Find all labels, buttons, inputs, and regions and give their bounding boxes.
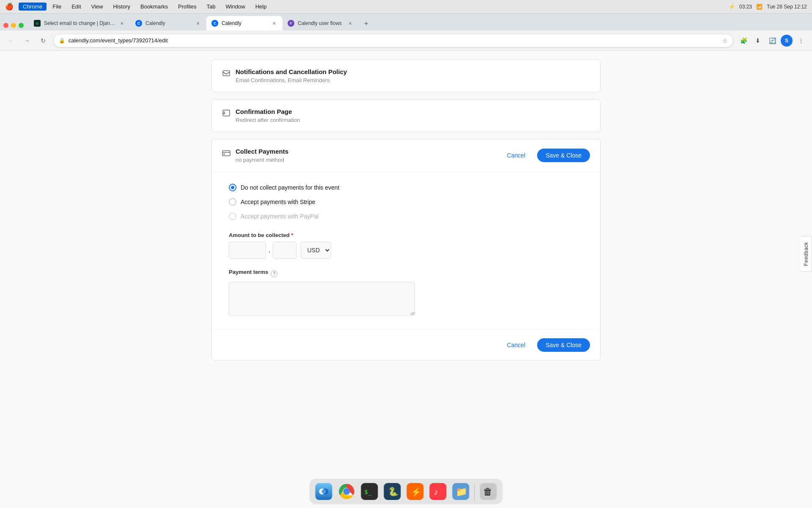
tab-close-calendly2[interactable]: ✕ [271,20,277,27]
feedback-tab-container: Feedback [801,237,812,272]
payment-method-radio-group: Do not collect payments for this event A… [229,184,583,220]
tab-title-calendly2: Calendly [222,20,267,26]
notifications-section: Notifications and Cancellation Policy Em… [211,59,601,92]
dock-python[interactable]: 🐍 [382,481,403,502]
extensions-icon[interactable]: 🧩 [738,35,749,47]
download-icon[interactable]: ⬇ [752,35,764,47]
address-bar-actions: 🧩 ⬇ 🔄 S ⋮ [738,35,807,47]
confirmation-subtitle: Redirect after confirmation [236,117,300,123]
save-close-button-top[interactable]: Save & Close [537,149,590,162]
battery-time: 03:23 [739,4,752,10]
cancel-button-top[interactable]: Cancel [500,149,532,162]
wifi-icon: 📶 [756,4,763,10]
chrome-window: D Select email to change | Djang... ✕ C … [0,14,812,508]
window-minimize-btn[interactable] [11,23,16,28]
dock-music[interactable]: ♪ [428,481,448,502]
refresh-button[interactable]: ↻ [37,35,49,47]
radio-no-payment[interactable]: Do not collect payments for this event [229,184,583,191]
notifications-header: Notifications and Cancellation Policy Em… [222,68,590,83]
address-bar: ← → ↻ 🔒 calendly.com/event_types/7392071… [0,30,812,51]
dock-finder[interactable] [314,481,334,502]
apple-logo-icon[interactable]: 🍎 [5,3,14,11]
menu-chrome[interactable]: Chrome [19,3,47,11]
terms-help-icon[interactable]: ? [271,271,277,277]
menu-bookmarks[interactable]: Bookmarks [136,3,172,11]
dock-lightning[interactable]: ⚡ [405,481,425,502]
confirmation-title: Confirmation Page [236,108,300,115]
save-close-button-bottom[interactable]: Save & Close [537,338,590,352]
cancel-button-bottom[interactable]: Cancel [500,338,532,352]
dock-chrome[interactable] [337,481,357,502]
svg-rect-2 [222,151,230,156]
svg-rect-0 [223,71,230,76]
menu-bar: 🍎 Chrome File Edit View History Bookmark… [0,0,812,14]
radio-no-payment-input[interactable] [229,184,236,191]
confirmation-section: Confirmation Page Redirect after confirm… [211,99,601,132]
amount-row: . USD EUR GBP CAD [229,242,583,259]
feedback-tab[interactable]: Feedback [801,237,812,272]
payments-title: Collect Payments [236,148,288,155]
payments-card-footer: Cancel Save & Close [212,329,600,360]
amount-cents-input[interactable] [273,242,296,259]
profile-button[interactable]: S [781,35,793,47]
menu-edit[interactable]: Edit [67,3,85,11]
tab-close-django[interactable]: ✕ [118,20,125,27]
dock-terminal[interactable]: $_ [359,481,380,502]
page-content: Notifications and Cancellation Policy Em… [0,51,812,508]
dock-trash[interactable]: 🗑 [478,481,499,502]
tab-calendly-1[interactable]: C Calendly ✕ [130,16,206,30]
tab-user-flows[interactable]: P Calendly user flows ✕ [283,16,359,30]
tab-title-userflows: Calendly user flows [298,20,343,26]
clock: Tue 28 Sep 12:12 [767,4,807,10]
window-maximize-btn[interactable] [19,23,24,28]
content-wrapper: Notifications and Cancellation Policy Em… [203,51,609,376]
tab-favicon-calendly1: C [135,20,142,27]
new-tab-button[interactable]: + [360,18,372,30]
profile-sync-icon[interactable]: 🔄 [766,35,778,47]
payments-icon [222,149,230,159]
svg-rect-17 [430,483,447,500]
tab-bar: D Select email to change | Djang... ✕ C … [0,14,812,30]
dock-folder[interactable]: 📁 [451,481,471,502]
notifications-icon [222,69,230,80]
tab-title-calendly1: Calendly [145,20,191,26]
menu-history[interactable]: History [109,3,134,11]
radio-stripe-label: Accept payments with Stripe [241,199,315,205]
menu-view[interactable]: View [87,3,107,11]
tab-close-calendly1[interactable]: ✕ [195,20,201,27]
radio-paypal[interactable]: Accept payments with PayPal [229,213,583,220]
svg-text:📁: 📁 [456,486,468,497]
payments-card: Collect Payments no payment method Cance… [211,139,601,361]
decimal-separator: . [269,246,270,254]
forward-button[interactable]: → [21,35,33,47]
menu-help[interactable]: Help [251,3,271,11]
svg-text:⚡: ⚡ [411,487,422,497]
amount-dollars-input[interactable] [229,242,266,259]
menu-window[interactable]: Window [221,3,249,11]
radio-stripe-input[interactable] [229,198,236,206]
menu-tab[interactable]: Tab [202,3,219,11]
terms-label: Payment terms [229,269,268,275]
terms-label-row: Payment terms ? [229,269,583,279]
back-button[interactable]: ← [5,35,17,47]
menu-file[interactable]: File [48,3,66,11]
radio-stripe[interactable]: Accept payments with Stripe [229,198,583,206]
tab-calendly-2[interactable]: C Calendly ✕ [206,16,283,30]
bookmark-star-icon[interactable]: ☆ [722,37,728,44]
chrome-menu-icon[interactable]: ⋮ [795,35,807,47]
tab-close-userflows[interactable]: ✕ [347,20,354,27]
payments-subtitle: no payment method [236,157,288,163]
radio-paypal-input[interactable] [229,213,236,220]
menu-profiles[interactable]: Profiles [174,3,200,11]
radio-paypal-label: Accept payments with PayPal [241,213,318,220]
tab-django[interactable]: D Select email to change | Djang... ✕ [29,16,130,30]
tab-title-django: Select email to change | Djang... [44,20,115,26]
url-bar[interactable]: 🔒 calendly.com/event_types/73920714/edit… [53,34,733,47]
window-close-btn[interactable] [3,23,8,28]
svg-point-7 [322,489,326,494]
payments-header-actions: Cancel Save & Close [500,149,590,162]
battery-icon: ⚡ [729,4,735,10]
currency-select[interactable]: USD EUR GBP CAD [301,242,331,259]
tab-favicon-calendly2: C [211,20,218,27]
terms-textarea[interactable] [229,282,415,316]
